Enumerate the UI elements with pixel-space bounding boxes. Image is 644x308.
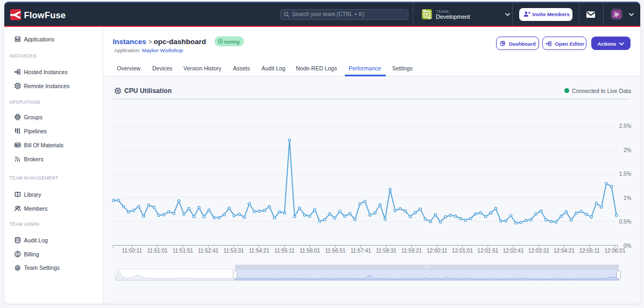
svg-text:12:03:31: 12:03:31 <box>528 248 549 254</box>
svg-text:12:01:01: 12:01:01 <box>452 248 473 254</box>
svg-text:11:55:11: 11:55:11 <box>274 248 295 254</box>
svg-text:12:00:11: 12:00:11 <box>427 248 448 254</box>
svg-text:2.5%: 2.5% <box>619 123 632 129</box>
svg-text:12:02:41: 12:02:41 <box>503 248 524 254</box>
svg-text:11:51:51: 11:51:51 <box>173 248 194 254</box>
svg-text:12:01:51: 12:01:51 <box>477 248 498 254</box>
svg-text:11:51:01: 11:51:01 <box>147 248 168 254</box>
svg-text:11:58:31: 11:58:31 <box>376 248 397 254</box>
svg-text:11:59:21: 11:59:21 <box>401 248 422 254</box>
svg-text:1.5%: 1.5% <box>619 171 632 177</box>
svg-text:11:50:11: 11:50:11 <box>122 248 143 254</box>
svg-text:11:53:31: 11:53:31 <box>223 248 244 254</box>
svg-text:11:56:01: 11:56:01 <box>300 248 321 254</box>
svg-text:11:56:51: 11:56:51 <box>325 248 346 254</box>
svg-text:12:04:21: 12:04:21 <box>554 248 575 254</box>
svg-text:11:57:41: 11:57:41 <box>350 248 371 254</box>
svg-text:12:06:01: 12:06:01 <box>605 248 626 254</box>
svg-text:0.5%: 0.5% <box>619 219 632 225</box>
svg-text:11:54:21: 11:54:21 <box>249 248 270 254</box>
svg-text:1%: 1% <box>624 195 632 201</box>
svg-text:11:52:41: 11:52:41 <box>198 248 219 254</box>
svg-text:12:05:11: 12:05:11 <box>579 248 600 254</box>
svg-text:2%: 2% <box>624 147 632 153</box>
